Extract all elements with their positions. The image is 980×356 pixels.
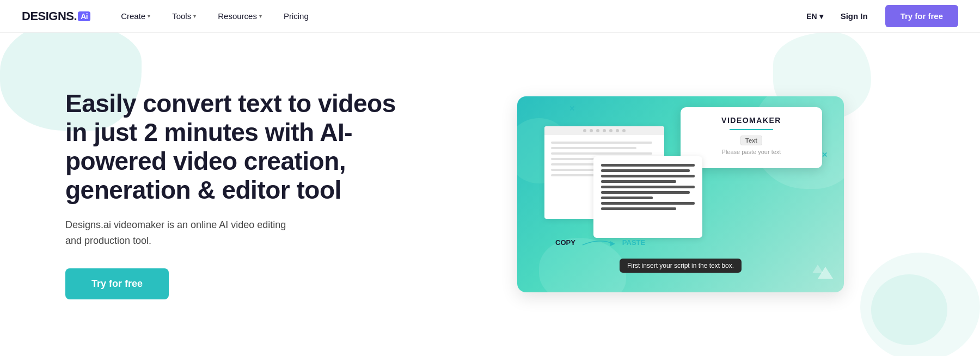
- logo[interactable]: DESIGNS.Ai: [22, 9, 90, 23]
- nav-item-create[interactable]: Create ▾: [112, 7, 159, 25]
- paste-label: PASTE: [622, 238, 645, 247]
- nav-item-resources[interactable]: Resources ▾: [209, 7, 271, 25]
- copy-paste-row: COPY PASTE: [555, 237, 645, 248]
- navbar: DESIGNS.Ai Create ▾ Tools ▾ Resources ▾ …: [0, 0, 980, 33]
- close-icon[interactable]: ✕: [569, 105, 575, 113]
- notebook-hole: [583, 129, 586, 132]
- tooltip-bar: First insert your script in the text box…: [620, 259, 742, 273]
- chevron-down-icon: ▾: [259, 13, 262, 19]
- notebook-hole: [622, 129, 626, 132]
- notebook-hole: [603, 129, 606, 132]
- arrow-icon: [580, 237, 618, 248]
- hero-left-content: Easily convert text to videos in just 2 …: [65, 89, 403, 299]
- paste-area: [593, 156, 702, 238]
- paste-line: [601, 197, 653, 199]
- hero-title: Easily convert text to videos in just 2 …: [65, 89, 403, 205]
- paste-line: [601, 186, 695, 188]
- close-icon[interactable]: ✕: [822, 151, 828, 159]
- vm-tab-text[interactable]: Text: [740, 136, 762, 145]
- hero-right-illustration: ✕ VIDEOMAKER Text Please paste your text…: [425, 54, 936, 334]
- notebook-line: [551, 152, 652, 155]
- video-illustration: ✕ VIDEOMAKER Text Please paste your text…: [517, 96, 844, 292]
- notebook-holes: [583, 129, 626, 132]
- vm-title: VIDEOMAKER: [689, 116, 813, 125]
- nav-links: Create ▾ Tools ▾ Resources ▾ Pricing: [112, 7, 806, 25]
- nav-item-pricing[interactable]: Pricing: [275, 7, 317, 25]
- nav-right: EN ▾ Sign In Try for free: [806, 5, 958, 27]
- paste-line: [601, 180, 676, 183]
- vm-underline: [730, 129, 773, 130]
- copy-label: COPY: [555, 238, 575, 247]
- nav-item-tools[interactable]: Tools ▾: [163, 7, 205, 25]
- notebook-hole: [616, 129, 619, 132]
- notebook-top: [544, 126, 664, 135]
- paste-line: [601, 207, 676, 210]
- paste-line: [601, 175, 695, 177]
- paste-line: [601, 169, 690, 172]
- paste-line: [601, 164, 695, 167]
- paste-line: [601, 191, 690, 194]
- svg-marker-0: [610, 241, 615, 246]
- chevron-down-icon: ▾: [819, 12, 823, 21]
- hero-description: Designs.ai videomaker is an online AI vi…: [65, 217, 305, 249]
- paste-line: [601, 202, 695, 205]
- notebook-hole: [590, 129, 593, 132]
- sign-in-link[interactable]: Sign In: [832, 7, 877, 25]
- try-free-button-nav[interactable]: Try for free: [885, 5, 958, 27]
- hero-section: Easily convert text to videos in just 2 …: [0, 33, 980, 356]
- notebook-line: [551, 142, 652, 144]
- chevron-down-icon: ▾: [193, 13, 196, 19]
- notebook-hole: [609, 129, 612, 132]
- notebook-hole: [596, 129, 599, 132]
- vm-paste-label: Please paste your text: [689, 149, 813, 155]
- language-selector[interactable]: EN ▾: [806, 12, 823, 21]
- vm-tabs: Text: [689, 136, 813, 145]
- try-free-button-hero[interactable]: Try for free: [65, 268, 169, 299]
- triangle-decoration-2: [812, 265, 823, 273]
- logo-text: DESIGNS.: [22, 9, 77, 23]
- notebook-line: [551, 147, 636, 149]
- chevron-down-icon: ▾: [148, 13, 150, 19]
- logo-ai-badge: Ai: [78, 11, 90, 21]
